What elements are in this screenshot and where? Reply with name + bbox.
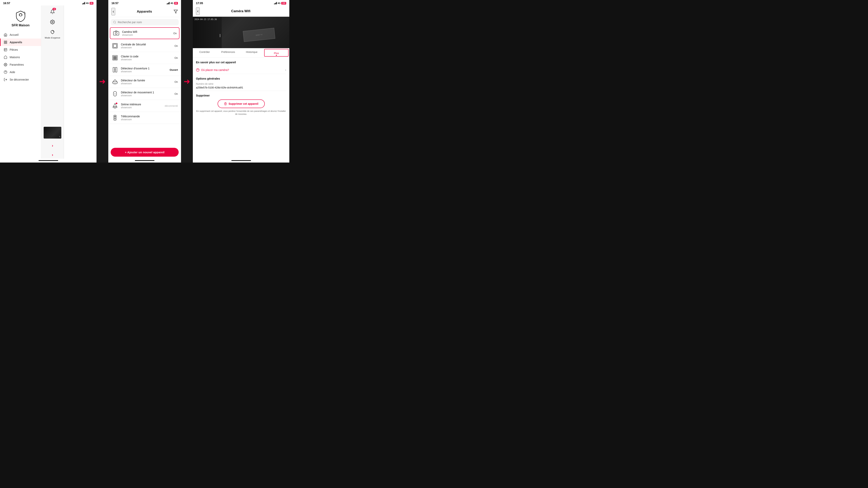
- camera-feed: SONY TV 2024-04-23 17:05:36: [193, 17, 289, 48]
- settings-icon-right[interactable]: [48, 18, 57, 26]
- notification-badge: 39: [53, 8, 56, 10]
- house-icon: [4, 55, 7, 59]
- arrow-1-container: ➜: [96, 0, 108, 162]
- svg-rect-29: [116, 58, 117, 58]
- mode-urgence-label: Mode d'urgence: [45, 36, 60, 39]
- back-button-2[interactable]: ‹: [112, 8, 115, 15]
- svg-rect-42: [115, 116, 116, 117]
- app-name: SFR Maison: [11, 24, 30, 27]
- status-icons-1: 4G 66: [82, 2, 93, 4]
- device-item-mouvement[interactable]: Détecteur de mouvement 1 showroom On: [108, 88, 181, 100]
- camera-preview[interactable]: ⤡: [44, 127, 61, 139]
- svg-rect-31: [115, 59, 115, 59]
- svg-rect-32: [116, 59, 117, 59]
- chevron-down-1[interactable]: ›: [50, 142, 55, 149]
- home-bar-2: [108, 159, 181, 162]
- device-item-detecteur-ouv[interactable]: Détecteur d'ouverture 1 showroom Ouvert: [108, 64, 181, 76]
- svg-point-15: [52, 22, 53, 23]
- device-item-centrale[interactable]: Centrale de Sécurité showroom On: [108, 40, 181, 52]
- camera-detail-content: En savoir plus sur cet appareil Où place…: [193, 58, 289, 159]
- options-section-title: Options générales: [196, 77, 286, 80]
- notification-icon[interactable]: 39: [48, 7, 57, 16]
- svg-point-20: [115, 32, 117, 34]
- clavier-status: On: [175, 56, 178, 59]
- sidebar-logo: SFR Maison: [0, 8, 41, 31]
- add-device-button[interactable]: + Ajouter un nouvel appareil: [111, 148, 179, 157]
- battery-badge-1: 66: [90, 2, 93, 4]
- layout-icon: [4, 48, 7, 52]
- svg-rect-7: [6, 43, 7, 43]
- clavier-name: Clavier à code: [121, 55, 172, 58]
- sidebar-item-maisons[interactable]: Maisons: [0, 54, 41, 61]
- sirene-name: Sirène intérieure: [121, 103, 162, 106]
- sidebar-item-accueil[interactable]: Accueil: [0, 31, 41, 38]
- svg-rect-8: [4, 48, 7, 51]
- time-2: 16:57: [112, 2, 119, 5]
- mouvement-location: showroom: [121, 94, 172, 97]
- svg-rect-4: [4, 41, 5, 42]
- status-icons-3: 4G 100: [274, 2, 286, 4]
- camera-status: On: [173, 32, 177, 35]
- svg-rect-27: [114, 58, 114, 58]
- device-item-camera[interactable]: Caméra Wifi showroom On: [110, 27, 180, 39]
- back-button-3[interactable]: ‹: [196, 7, 200, 15]
- delete-warning: En supprimant cet appareil, vous perdrez…: [196, 110, 286, 116]
- sidebar-item-aide[interactable]: Aide: [0, 68, 41, 76]
- svg-rect-28: [115, 58, 115, 58]
- svg-rect-5: [6, 41, 7, 42]
- svg-rect-6: [4, 43, 5, 43]
- camera-placement-row[interactable]: Où placer ma caméra? ›: [196, 66, 286, 74]
- svg-line-18: [115, 23, 116, 23]
- disconnected-dot: [116, 102, 117, 104]
- help-icon: [4, 70, 7, 74]
- centrale-status: On: [175, 44, 178, 48]
- red-arrow-2: ➜: [184, 77, 190, 86]
- tab-controler[interactable]: Contrôler: [193, 48, 216, 57]
- battery-badge-3: 100: [281, 2, 286, 4]
- detecteur-ouv-icon: [112, 66, 119, 73]
- delete-section-title: Supprimer: [196, 94, 286, 97]
- time-3: 17:05: [196, 2, 203, 5]
- camera-timestamp: 2024-04-23 17:05:36: [194, 18, 217, 21]
- mouvement-name: Détecteur de mouvement 1: [121, 91, 172, 94]
- device-item-clavier[interactable]: Clavier à code showroom On: [108, 52, 181, 64]
- svg-rect-39: [113, 106, 117, 108]
- filter-icon[interactable]: [174, 9, 178, 14]
- serial-label: Numéro de série: [196, 83, 286, 85]
- sidebar-item-deconnexion[interactable]: Se déconnecter: [0, 76, 41, 83]
- camera-detail-header: ‹ Caméra Wifi: [193, 5, 289, 17]
- camera-placement-label: Où placer ma caméra?: [201, 68, 229, 71]
- home-icon: [4, 33, 7, 36]
- signal-icon-1: [82, 2, 85, 4]
- detecteur-ouv-name: Détecteur d'ouverture 1: [121, 67, 167, 70]
- detecteur-ouv-status: Ouvert: [169, 68, 178, 71]
- search-input[interactable]: [118, 21, 176, 24]
- question-circle-icon: [196, 68, 199, 72]
- signal-icon-2: [167, 2, 169, 4]
- device-item-fumee[interactable]: Détecteur de fumée showroom On: [108, 76, 181, 88]
- svg-point-11: [5, 64, 6, 65]
- tab-plus[interactable]: Plus: [264, 49, 288, 57]
- camera-location: showroom: [122, 34, 171, 36]
- fumee-location: showroom: [121, 82, 172, 85]
- devices-header: ‹ Appareils: [108, 5, 181, 17]
- tab-preferences[interactable]: Préférences: [216, 48, 240, 57]
- svg-rect-25: [115, 56, 115, 57]
- chevron-down-2[interactable]: ›: [50, 151, 55, 159]
- sidebar-item-pieces[interactable]: Pièces: [0, 46, 41, 54]
- tab-plus-dot: [276, 55, 277, 56]
- panel-3-camera-detail: 17:05 4G 100 ‹ Caméra Wifi SONY TV 2024-…: [193, 0, 289, 162]
- sidebar-item-parametres[interactable]: Paramètres: [0, 61, 41, 68]
- device-item-sirene[interactable]: Sirène intérieure showroom déconnecté: [108, 100, 181, 112]
- tab-historique[interactable]: Historique: [240, 48, 264, 57]
- svg-line-1: [24, 11, 25, 12]
- svg-line-3: [24, 14, 25, 14]
- sirene-status: déconnecté: [165, 104, 178, 107]
- delete-section: Supprimer Supprimer cet appareil En supp…: [196, 94, 286, 116]
- mode-urgence-container[interactable]: Mode d'urgence: [45, 28, 60, 39]
- signal-icon-3: [274, 2, 277, 4]
- device-item-telecommande[interactable]: Télécommande showroom: [108, 112, 181, 124]
- sidebar-item-appareils[interactable]: Appareils: [0, 38, 41, 46]
- learn-more-section-title: En savoir plus sur cet appareil: [196, 61, 286, 64]
- delete-device-button[interactable]: Supprimer cet appareil: [218, 99, 265, 108]
